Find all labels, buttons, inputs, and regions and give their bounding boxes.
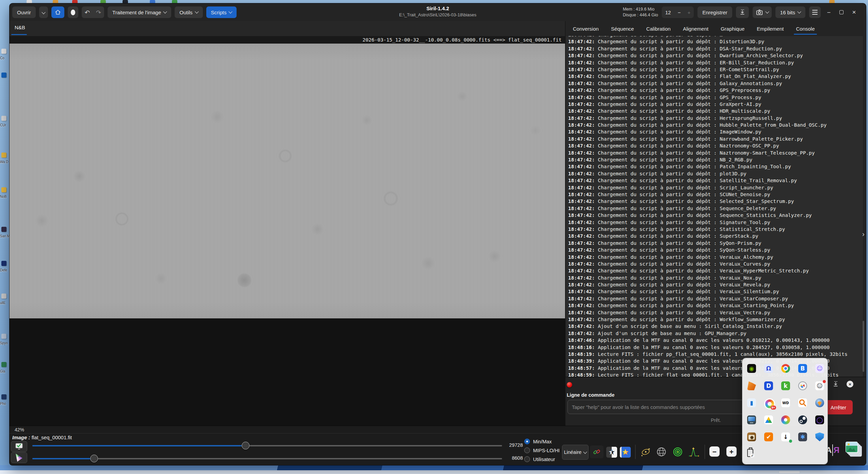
stop-record-icon[interactable] [567,382,572,388]
gallery-button[interactable] [846,442,862,460]
camera-tool-icon[interactable] [747,432,756,441]
desktop-shortcut-icon[interactable] [1,261,6,266]
security-shield-icon[interactable]: ✓ [815,432,824,441]
phone-link-icon[interactable]: ▮ [747,398,756,407]
desktop-shortcut-icon[interactable] [1,394,6,399]
tab-s-quence[interactable]: Séquence [610,26,635,32]
record-button[interactable] [68,6,78,18]
wd-backup-icon[interactable]: WD [781,398,790,407]
dark-ring-app-icon[interactable]: ◯ [815,415,824,424]
undo-button[interactable]: ↶ [82,6,93,18]
color-star-toggle[interactable]: ★ [620,447,631,458]
bit-depth-select[interactable]: 16 bits [775,6,805,18]
stop-button[interactable]: Arrêter [824,400,853,414]
image-processing-menu[interactable]: Traitement de l'image [108,6,171,18]
chrome-icon[interactable] [781,364,790,373]
stretch-select[interactable]: Linéaire [562,445,589,460]
export-button[interactable] [736,6,749,18]
desktop-shortcut-icon[interactable] [1,362,6,367]
map-pin-globe-icon[interactable] [815,398,824,407]
minimize-button[interactable]: – [824,7,833,17]
console-scrollbar[interactable] [863,321,864,372]
color-wheel-icon[interactable]: 9+ [764,398,775,409]
radio-min-max[interactable]: Min/Max [524,439,552,444]
compass-app-icon[interactable] [798,381,807,390]
tab-nb[interactable]: N&B [15,25,25,30]
annotations-button[interactable] [656,446,667,458]
desktop-shortcut-icon[interactable] [1,49,6,54]
desktop-shortcut-icon[interactable] [1,187,6,192]
close-icon: × [852,9,856,16]
console-line: 18:47:42: Chargement du script à partir … [568,309,863,316]
image-canvas[interactable] [10,44,565,318]
bluetooth-icon[interactable]: B [798,364,807,373]
todo-check-icon[interactable]: ✔ [764,432,773,441]
remote-desktop-icon[interactable] [747,415,756,424]
usb-safely-remove-icon[interactable]: ✓ [747,449,753,457]
nvidia-settings-icon[interactable]: ◉ [747,364,756,373]
working-directory: E:\_Trait_Astro\SiriL\2026-03-18\biases [399,12,476,18]
console-log[interactable]: 18:47:42: Chargement du script à partir … [566,36,863,377]
display-preview-button[interactable] [11,441,27,452]
high-slider-thumb[interactable] [242,442,250,449]
desktop-shortcut-icon[interactable] [1,116,6,121]
settings-gear-icon[interactable]: ✱ [798,432,807,441]
desktop-shortcut-icon[interactable] [1,227,6,232]
counter-minus-button[interactable]: − [674,10,684,15]
main-menu-button[interactable] [809,6,821,18]
steam-icon[interactable] [798,415,807,424]
low-slider-thumb[interactable] [90,455,98,462]
console-line: 18:47:46: Application de la MTF au canal… [568,337,863,344]
google-drive-icon[interactable] [764,415,773,424]
tab-empilement[interactable]: Empilement [756,26,784,32]
tools-menu[interactable]: Outils [175,6,203,18]
open-button[interactable]: Ouvrir [12,6,36,18]
keepass-icon[interactable]: Ω [764,364,773,373]
phone-sync-icon[interactable]: ↓ [781,432,790,441]
purple-mascot-icon[interactable]: ☺ [815,364,824,373]
tab-console[interactable]: Console [795,26,815,32]
desktop-shortcut-label: Pho [0,402,10,406]
low-cutoff-slider[interactable] [32,458,502,459]
bw-star-toggle[interactable]: ★★ [606,447,617,458]
tab-conversion[interactable]: Conversion [572,26,599,32]
radio-utilisateur[interactable]: Utilisateur [524,456,555,462]
restore-button[interactable] [837,7,846,17]
panel-expand-icon[interactable]: › [862,230,865,238]
tab-calibration[interactable]: Calibration [645,26,671,32]
open-dropdown-button[interactable] [39,6,48,18]
orange-files-icon[interactable] [747,381,756,390]
close-button[interactable]: × [850,7,858,17]
color-management-button[interactable] [11,452,27,463]
d-app-icon[interactable]: D [764,381,773,390]
home-button[interactable] [51,6,64,18]
color-star-icon: ★ [622,448,629,457]
psf-button[interactable] [688,445,701,458]
radio-mips-lo-hi[interactable]: MIPS-LO/HI [524,447,560,453]
counter-plus-button[interactable]: + [684,10,694,15]
desktop-shortcut-icon[interactable] [1,153,6,158]
command-export-button[interactable] [832,381,839,388]
redo-button[interactable]: ↷ [93,6,104,18]
zoom-out-button[interactable]: − [709,446,720,457]
zoom-in-button[interactable]: + [726,446,737,457]
tab-alignement[interactable]: Alignement [682,26,709,32]
snapshot-button[interactable] [753,6,772,18]
astrometry-button[interactable] [639,445,652,458]
save-button[interactable]: Enregistrer [697,6,732,18]
discord-icon[interactable]: ☺ [815,381,824,390]
desktop-shortcut-icon[interactable] [1,334,6,339]
scripts-menu[interactable]: Scripts [206,6,237,18]
kdenlive-icon[interactable]: k [781,381,790,390]
translate-button[interactable]: AЯ [826,444,839,456]
high-cutoff-slider[interactable] [32,445,502,446]
everything-search-icon[interactable] [798,398,807,407]
link-channels-button[interactable] [590,445,604,458]
clear-console-button[interactable]: × [847,381,853,388]
windows-taskbar[interactable] [0,470,868,474]
desktop-shortcut-icon[interactable] [1,73,6,78]
color-swirl-icon[interactable] [781,415,790,424]
photometry-button[interactable] [672,446,684,458]
tab-graphique[interactable]: Graphique [720,26,745,32]
desktop-shortcut-icon[interactable] [1,294,6,299]
